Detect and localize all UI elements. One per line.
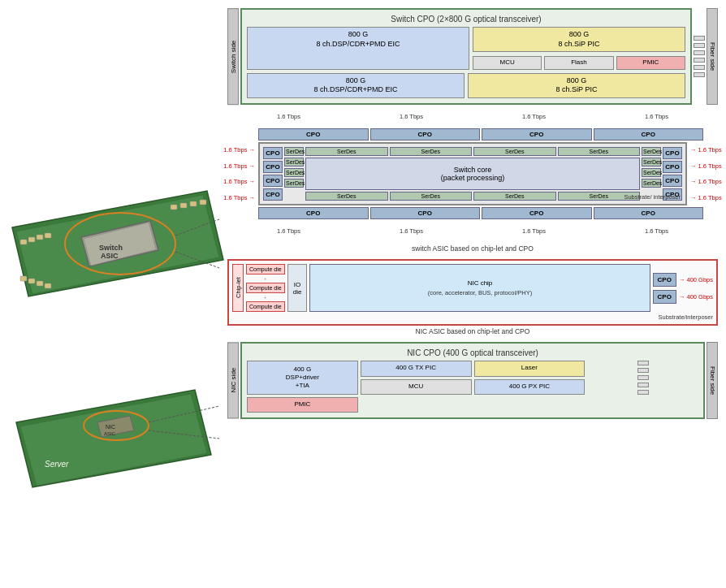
svg-rect-14 [200, 200, 206, 205]
nic-fiber-2 [637, 368, 649, 373]
fiber-line-4 [694, 58, 705, 63]
switch-cpo-wrapper: Switch side Switch CPO (2×800 G optical … [227, 8, 718, 105]
svg-rect-17 [37, 281, 43, 286]
server-board: NIC ASIC Server [16, 390, 211, 487]
tbps-connector-top: 1.6 Tbps 1.6 Tbps 1.6 Tbps 1.6 Tbps [227, 113, 718, 120]
nic-fiber-1 [637, 361, 649, 365]
bw-right-4: → 1.6 Tbps [690, 194, 722, 201]
compute-die-2: Compute die [246, 283, 285, 293]
nic-cpo-chips-grid: 400 G DSP+driver +TIA 400 G TX PIC Laser [247, 361, 698, 412]
fiber-line-1 [694, 36, 705, 41]
svg-rect-13 [190, 201, 197, 206]
nic-fiber-4 [637, 383, 649, 387]
center-col: SerDes SerDes SerDes SerDes Switch core … [305, 147, 640, 201]
right-bw-labels: → 1.6 Tbps → 1.6 Tbps → 1.6 Tbps → 1.6 T… [689, 142, 718, 205]
switch-core-sub: (packet processing) [441, 174, 505, 182]
switch-cpo-box: Switch CPO (2×800 G optical transceiver)… [240, 8, 692, 105]
illustration-svg: NIC ASIC Server [0, 0, 227, 588]
serdes-left-1: SerDes [284, 147, 304, 156]
switch-core-cell: Switch core (packet processing) [305, 158, 640, 190]
cpo-bot-2: CPO [370, 207, 481, 219]
switch-asic-label: Switch [99, 244, 123, 252]
svg-rect-15 [20, 276, 27, 281]
switch-cpo-row-2: 800 G8 ch.DSP/CDR+PMD EIC 800 G8 ch.SiP … [247, 73, 685, 98]
serdes-left-3: SerDes [284, 168, 304, 177]
bw-right-3: → 1.6 Tbps [690, 178, 722, 185]
io-die: IO die [287, 264, 308, 312]
cpo-right-2: CPO [663, 161, 682, 173]
cpo-left-3: CPO [263, 175, 283, 187]
nic-cpo-out-1: CPO → 400 Gbps [653, 273, 713, 287]
bw-right-2: → 1.6 Tbps [690, 162, 722, 170]
svg-text:ASIC: ASIC [104, 431, 116, 436]
compute-die-3: Compute die [246, 301, 285, 312]
left-panel: NIC ASIC Server [0, 0, 227, 588]
left-bw-labels: 1.6 Tbps → 1.6 Tbps → 1.6 Tbps → 1.6 Tbp… [227, 142, 257, 205]
compute-die-1: Compute die [246, 264, 285, 275]
cpo-left-2: CPO [263, 161, 283, 173]
switch-cpo-row-1: 800 G8 ch.DSP/CDR+PMD EIC 800 G8 ch.SiP … [247, 27, 685, 70]
cpo-top-3: CPO [482, 128, 592, 141]
server-label: Server [45, 460, 69, 469]
cpo-right-3: CPO [663, 175, 682, 187]
bw-left-1: 1.6 Tbps → [223, 146, 255, 153]
cpo-bot-3: CPO [482, 207, 592, 219]
cpo-nic-2: CPO [653, 290, 676, 304]
fiber-side-label-switch: Fiber side [707, 8, 718, 105]
cpo-bot-4: CPO [594, 207, 704, 219]
fiber-line-2 [694, 43, 705, 48]
tbps-connector-bottom: 1.6 Tbps 1.6 Tbps 1.6 Tbps 1.6 Tbps [227, 227, 718, 235]
svg-rect-16 [28, 279, 35, 283]
nic-cpo-wrapper: NIC side NIC CPO (400 G optical transcei… [227, 342, 718, 418]
chip-sip-1: 800 G8 ch.SiP PIC [473, 27, 685, 52]
main-container: NIC ASIC Server [0, 0, 726, 588]
svg-rect-10 [45, 233, 51, 238]
serdes-left-2: SerDes [284, 158, 304, 166]
serdes-top-2: SerDes [390, 147, 473, 156]
nic-chip-box: NIC chip (core, accelerator, BUS, protoc… [309, 264, 650, 312]
nic-asic-box: Chip-let Compute die + Compute die + Com… [227, 259, 718, 326]
switch-side-label: Switch side [227, 8, 239, 105]
cpo-left-1: CPO [263, 147, 283, 159]
cpo-nic-1: CPO [653, 273, 676, 287]
sub-chips-row: MCU Flash PMIC [473, 56, 685, 69]
chiplet-label: Chip-let [232, 264, 244, 312]
svg-rect-9 [37, 235, 43, 240]
serdes-top-3: SerDes [473, 147, 556, 156]
chip-dsp-2: 800 G8 ch.DSP/CDR+PMD EIC [247, 73, 465, 98]
substrate-label-switch: Substrate/ interposer [624, 193, 681, 201]
serdes-left-4: SerDes [284, 179, 304, 188]
svg-text:ASIC: ASIC [101, 252, 119, 260]
fiber-line-3 [694, 50, 705, 55]
nic-rx-pic: 400 G PX PIC [474, 379, 586, 396]
svg-rect-11 [171, 205, 177, 210]
serdes-bot-1: SerDes [305, 192, 388, 201]
left-cpo-col: CPO CPO CPO CPO [263, 147, 283, 201]
nic-asic-section-label: NIC ASIC based on chip-let and CPO [227, 327, 718, 335]
serdes-right-2: SerDes [642, 158, 661, 166]
svg-text:NIC: NIC [106, 424, 115, 430]
cpo-bw-1: → 400 Gbps [679, 276, 713, 283]
nic-cpo-out-2: CPO → 400 Gbps [653, 290, 713, 304]
nic-dsp-box: 400 G DSP+driver +TIA [247, 361, 358, 395]
fiber-line-5 [694, 65, 705, 70]
cpo-top-1: CPO [258, 128, 369, 141]
switch-core-title: Switch core [454, 166, 492, 174]
left-serdes-col: SerDes SerDes SerDes SerDes [284, 147, 304, 201]
svg-rect-12 [180, 203, 187, 208]
bw-left-3: 1.6 Tbps → [223, 178, 255, 185]
switch-asic-main: 1.6 Tbps → 1.6 Tbps → 1.6 Tbps → 1.6 Tbp… [227, 142, 718, 205]
serdes-top-4: SerDes [558, 147, 641, 156]
fiber-side-label-nic: Fiber side [707, 342, 718, 418]
serdes-right-1: SerDes [642, 147, 661, 156]
nic-laser: Laser [474, 361, 586, 377]
nic-tx-pic: 400 G TX PIC [361, 361, 472, 377]
nic-fiber-3 [637, 375, 649, 380]
chip-mcu: MCU [473, 56, 542, 69]
fiber-lines-switch [694, 8, 705, 105]
chip-flash: Flash [544, 56, 613, 69]
compute-dies-col: Compute die + Compute die + Compute die [246, 264, 285, 312]
serdes-bottom-row: SerDes SerDes SerDes SerDes [305, 192, 640, 201]
svg-rect-18 [45, 283, 51, 288]
nic-asic-wrapper: Chip-let Compute die + Compute die + Com… [227, 259, 718, 335]
